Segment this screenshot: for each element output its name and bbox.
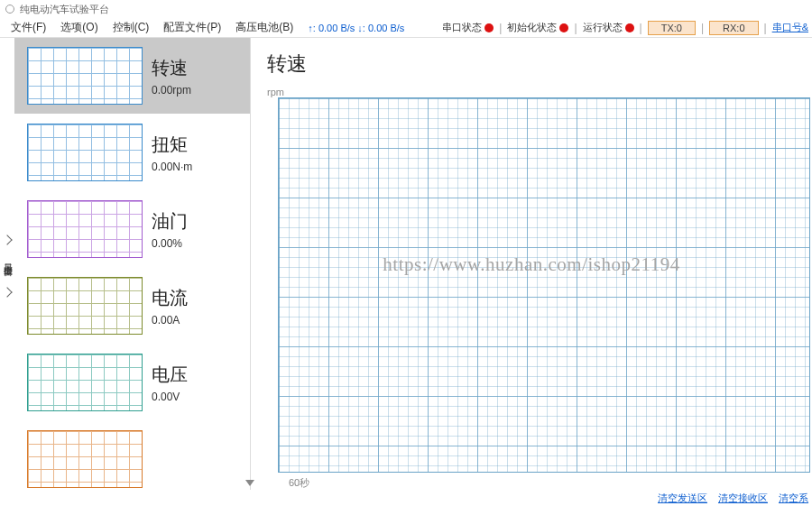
- param-value: 0.00%: [152, 237, 188, 250]
- tx-counter: TX:0: [648, 21, 696, 35]
- scroll-down-icon[interactable]: [245, 480, 254, 486]
- param-name: 电流: [152, 286, 188, 310]
- menu-battery[interactable]: 高压电池(B): [228, 18, 300, 37]
- mini-chart: [27, 47, 143, 105]
- serial-status-dot: [484, 23, 494, 32]
- param-name: 电压: [152, 363, 188, 387]
- menu-bar: 文件(F) 选项(O) 控制(C) 配置文件(P) 高压电池(B) ↑: 0.0…: [0, 18, 812, 38]
- x-axis-label: 60秒: [251, 473, 812, 490]
- chevron-right-icon[interactable]: [2, 235, 12, 244]
- clear-all-link[interactable]: 清空系: [779, 492, 808, 505]
- port-link[interactable]: 串口号&: [772, 21, 808, 34]
- rx-counter: RX:0: [709, 21, 758, 35]
- menu-file[interactable]: 文件(F): [4, 18, 53, 37]
- param-value: 0.00N·m: [152, 161, 192, 173]
- mini-chart: [27, 200, 143, 258]
- chart-title: 转速: [251, 38, 812, 87]
- footer-links: 清空发送区 清空接收区 清空系: [658, 492, 808, 505]
- mini-chart: [27, 124, 143, 181]
- param-card-1[interactable]: 扭矩0.00N·m: [14, 115, 250, 191]
- main-panel: 转速 rpm 60秒 https://www.huzhan.com/ishop2…: [251, 38, 812, 490]
- mini-chart: [27, 277, 143, 335]
- param-card-3[interactable]: 电流0.00A: [14, 268, 250, 345]
- transfer-rate: ↑: 0.00 B/s ↓: 0.00 B/s: [308, 23, 404, 33]
- param-value: 0.00rpm: [152, 84, 191, 97]
- y-axis-label: rpm: [251, 87, 812, 97]
- mini-chart: [27, 354, 143, 411]
- clear-recv-link[interactable]: 清空接收区: [718, 492, 768, 505]
- mini-chart: [27, 430, 143, 488]
- clear-send-link[interactable]: 清空发送区: [658, 492, 707, 505]
- param-card-0[interactable]: 转速0.00rpm: [14, 38, 250, 115]
- param-value: 0.00A: [152, 314, 188, 327]
- serial-status-label: 串口状态: [442, 21, 482, 34]
- param-card-5[interactable]: [14, 421, 250, 490]
- chart-plot-area[interactable]: [278, 97, 810, 473]
- param-sidebar[interactable]: 转速0.00rpm扭矩0.00N·m油门0.00%电流0.00A电压0.00V: [14, 38, 251, 490]
- chevron-right-icon[interactable]: [2, 287, 12, 297]
- init-status-label: 初始化状态: [507, 21, 557, 34]
- app-icon: [5, 5, 14, 14]
- param-card-4[interactable]: 电压0.00V: [14, 345, 250, 421]
- menu-options[interactable]: 选项(O): [53, 18, 105, 37]
- rail-label[interactable]: 显示上报窗口: [1, 256, 14, 262]
- window-title: 纯电动汽车试验平台: [20, 3, 109, 16]
- param-card-2[interactable]: 油门0.00%: [14, 191, 250, 268]
- left-rail: 显示上报窗口: [0, 38, 14, 490]
- menu-config[interactable]: 配置文件(P): [156, 18, 228, 37]
- run-status-label: 运行状态: [583, 21, 623, 34]
- param-name: 转速: [152, 56, 191, 80]
- init-status-dot: [559, 23, 568, 32]
- menu-control[interactable]: 控制(C): [106, 18, 157, 37]
- run-status-dot: [625, 23, 634, 32]
- title-bar: 纯电动汽车试验平台: [0, 0, 812, 18]
- param-name: 油门: [152, 209, 188, 234]
- param-value: 0.00V: [152, 391, 188, 403]
- status-group: 串口状态 | 初始化状态 | 运行状态 | TX:0 | RX:0 | 串口号&: [442, 21, 808, 35]
- param-name: 扭矩: [152, 133, 192, 157]
